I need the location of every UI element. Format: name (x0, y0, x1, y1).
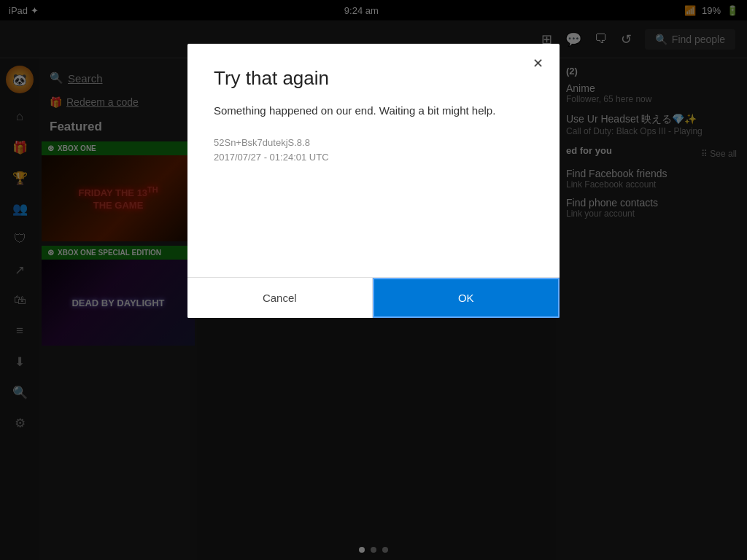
modal-timestamp: 2017/07/27 - 01:24:01 UTC (214, 150, 533, 166)
modal-title: Try that again (214, 67, 533, 90)
modal-footer: Cancel OK (187, 277, 560, 318)
modal-error-code: 52Sn+Bsk7dutekjS.8.8 (214, 136, 533, 151)
modal-body: Try that again Something happened on our… (187, 44, 560, 277)
modal-close-button[interactable]: ✕ (528, 54, 548, 73)
modal-dialog: ✕ Try that again Something happened on o… (187, 44, 560, 318)
ok-button[interactable]: OK (373, 278, 560, 318)
cancel-button[interactable]: Cancel (187, 278, 373, 318)
modal-message: Something happened on our end. Waiting a… (214, 103, 533, 120)
